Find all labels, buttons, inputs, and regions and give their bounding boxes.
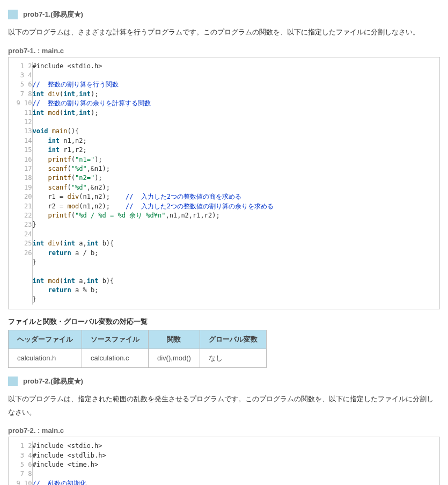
line-number-gutter: 1 2 3 4 5 6 7 8 9 10 11 [14,441,32,485]
code-block: 1 2 3 4 5 6 7 8 9 10 11 12 13 14 15 16 1… [8,57,440,309]
code-block: 1 2 3 4 5 6 7 8 9 10 11 #include <stdio.… [8,437,440,485]
mapping-table: ヘッダーファイル ソースファイル 関数 グローバル変数 calculation.… [8,330,267,368]
section-heading: prob7-2.(難易度★) [8,377,440,386]
table-caption: ファイルと関数・グローバル変数の対応一覧 [8,317,440,327]
code-source: #include <stdio.h> // 整数の割り算を行う関数 int di… [32,62,434,305]
section-title: prob7-1.(難易度★) [23,10,83,19]
th-source-file: ソースファイル [82,330,149,349]
section-title: prob7-2.(難易度★) [23,377,83,386]
file-label: prob7-1. : main.c [8,47,440,55]
td-function: div(),mod() [149,349,200,367]
section-description: 以下のプログラムは、指定された範囲の乱数を発生させるプログラムです。このプログラ… [8,393,440,419]
section-heading: prob7-1.(難易度★) [8,10,440,19]
heading-marker-icon [8,377,18,386]
td-global: なし [200,349,266,367]
th-header-file: ヘッダーファイル [9,330,82,349]
th-global: グローバル変数 [200,330,266,349]
td-source-file: calculation.c [82,349,149,367]
heading-marker-icon [8,10,18,19]
file-label: prob7-2. : main.c [8,426,440,435]
code-source: #include <stdio.h> #include <stdlib.h> #… [32,441,434,485]
th-function: 関数 [149,330,200,349]
td-header-file: calculation.h [9,349,82,367]
section-description: 以下のプログラムは、さまざまな計算を行うプログラムです。このプログラムの関数を、… [8,26,440,39]
line-number-gutter: 1 2 3 4 5 6 7 8 9 10 11 12 13 14 15 16 1… [14,62,32,305]
